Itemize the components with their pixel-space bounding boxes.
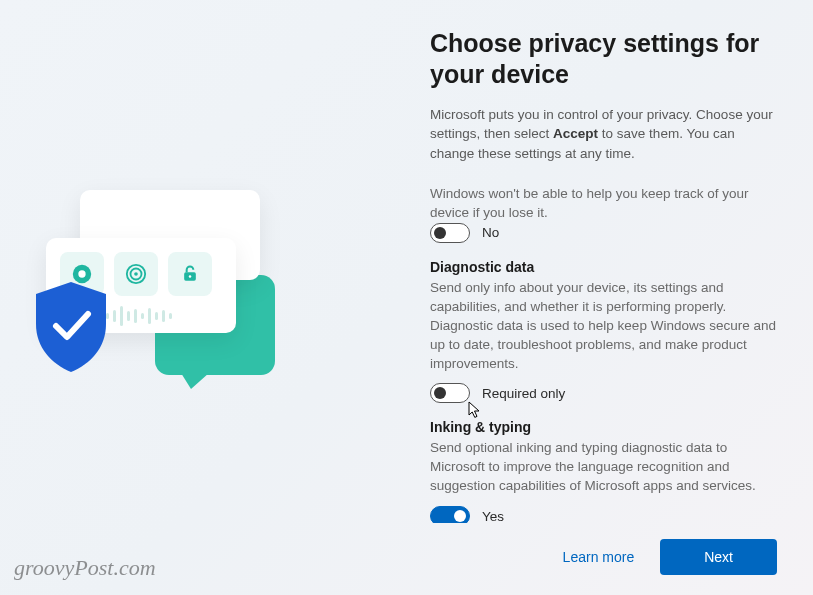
page-title: Choose privacy settings for your device — [430, 28, 777, 91]
intro-text: Microsoft puts you in control of your pr… — [430, 105, 777, 164]
setting-inking-typing: Inking & typing Send optional inking and… — [430, 419, 777, 523]
privacy-illustration — [40, 180, 280, 400]
find-device-cutoff-desc: Windows won't be able to help you keep t… — [430, 185, 777, 223]
learn-more-link[interactable]: Learn more — [563, 549, 635, 565]
inking-toggle-label: Yes — [482, 509, 504, 523]
setting-diagnostic-data: Diagnostic data Send only info about you… — [430, 259, 777, 407]
inking-title: Inking & typing — [430, 419, 777, 435]
lock-icon — [168, 252, 212, 296]
diagnostic-toggle[interactable] — [430, 383, 470, 403]
svg-point-6 — [189, 275, 192, 278]
privacy-settings-page: Choose privacy settings for your device … — [0, 0, 813, 595]
svg-point-4 — [134, 272, 138, 276]
shield-check-icon — [30, 280, 112, 375]
settings-scroll-area[interactable]: Windows won't be able to help you keep t… — [430, 181, 777, 523]
diagnostic-title: Diagnostic data — [430, 259, 777, 275]
inking-desc: Send optional inking and typing diagnost… — [430, 439, 777, 496]
diagnostic-desc: Send only info about your device, its se… — [430, 279, 777, 373]
next-button[interactable]: Next — [660, 539, 777, 575]
footer-actions: Learn more Next — [430, 523, 777, 575]
setting-find-my-device-partial: Windows won't be able to help you keep t… — [430, 185, 777, 247]
inking-toggle[interactable] — [430, 506, 470, 523]
intro-accept-word: Accept — [553, 126, 598, 141]
cursor-icon — [468, 401, 482, 419]
illustration-pane — [0, 0, 430, 595]
find-device-toggle[interactable] — [430, 223, 470, 243]
content-pane: Choose privacy settings for your device … — [430, 0, 813, 595]
svg-point-1 — [78, 270, 85, 277]
find-device-toggle-label: No — [482, 225, 499, 240]
fingerprint-icon — [114, 252, 158, 296]
diagnostic-toggle-label: Required only — [482, 386, 565, 401]
watermark-text: groovyPost.com — [14, 555, 156, 581]
